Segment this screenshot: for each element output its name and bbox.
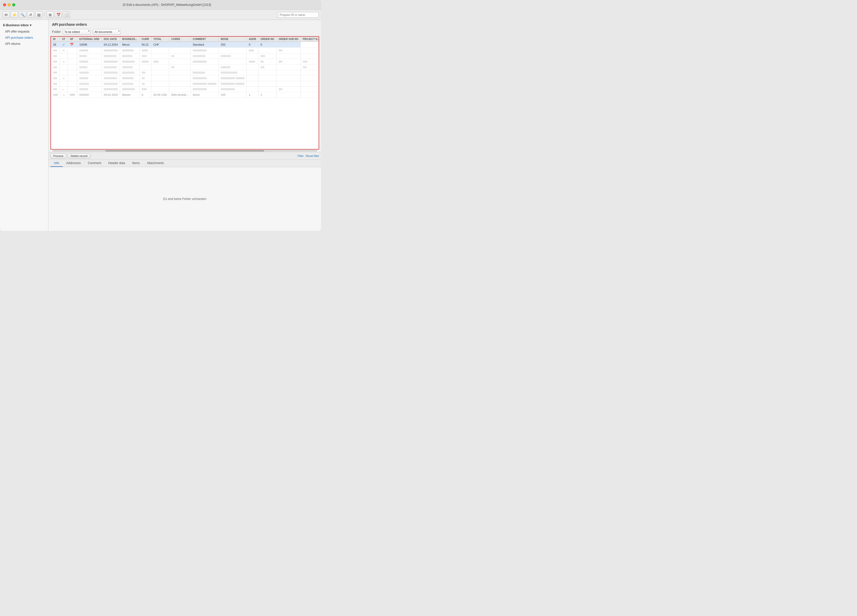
table-row[interactable] [51, 70, 319, 76]
process-button[interactable]: Process [51, 153, 66, 159]
table-wrapper[interactable]: ID ST SP EXTERNAL ORD DOC DATE BUSINESS.… [51, 36, 319, 150]
folder-select[interactable]: To be edited [63, 29, 91, 35]
cell-order-no: 0 [247, 42, 258, 48]
col-header-curr: CURR [139, 37, 151, 42]
delete-record-button[interactable]: Delete record [68, 153, 90, 159]
cell-total: 56.21 [139, 42, 151, 48]
col-header-mode: MODE [219, 37, 247, 42]
tab-items[interactable]: Items [129, 160, 143, 167]
tab-header-data[interactable]: Header data [105, 160, 129, 167]
titlebar: 15 Edit e-documents (API) - SHOPAPI_Webw… [0, 0, 321, 10]
panel-title: API purchase orders [48, 20, 321, 28]
col-header-id: ID [51, 37, 60, 42]
table-row[interactable]: ● [51, 59, 319, 65]
action-bar-right: Filter Reset filter [297, 154, 319, 157]
cell-business: Menzi [120, 42, 139, 48]
filter-button[interactable]: ⊞ [46, 11, 54, 18]
calendar-small-icon: 📅 [70, 43, 74, 46]
folder-select-wrapper[interactable]: To be edited [63, 29, 91, 35]
window-title: 15 Edit e-documents (API) - SHOPAPI_Webw… [15, 3, 318, 7]
filter-link[interactable]: Filter [297, 154, 303, 157]
status-warning-icon: ⚠ [62, 93, 65, 97]
maximize-button[interactable] [12, 3, 15, 6]
status-pink-icon: ■ [62, 88, 63, 91]
cell-last-date: 04.01.2024 [102, 92, 120, 98]
status-ok-icon: ● [62, 60, 65, 63]
lightning-button[interactable]: ⚡ [11, 11, 18, 18]
window-button[interactable]: ⬜ [63, 11, 70, 18]
table-row[interactable] [51, 81, 319, 86]
col-header-sp: SP [68, 37, 77, 42]
mail-button[interactable]: ✉ [3, 11, 10, 18]
no-errors-message: Es sind keine Fehler vorhanden [163, 197, 206, 201]
table-header-row: ID ST SP EXTERNAL ORD DOC DATE BUSINESS.… [51, 37, 319, 42]
action-bar: Process Delete record Filter Reset filte… [48, 152, 321, 159]
table-row-selected[interactable]: 28 ✓ 📅 10096 04.12.2024 Menzi 5 [51, 42, 319, 48]
table-container: ID ST SP EXTERNAL ORD DOC DATE BUSINESS.… [51, 36, 319, 152]
table-row[interactable]: ✕ [51, 48, 319, 54]
cell-last-addr: 100 [219, 92, 247, 98]
scrollbar-thumb[interactable] [105, 150, 265, 151]
col-header-curr2: CURR2 [169, 37, 191, 42]
col-header-st: ST [60, 37, 68, 42]
tab-comment[interactable]: Comment [84, 160, 105, 167]
cell-last-curr: 26.66 USD [151, 92, 169, 98]
status-green-icon: ● [62, 76, 65, 80]
list-button[interactable]: ▤ [35, 11, 42, 18]
cell-last-status: ⚠ [60, 92, 68, 98]
folder-label: Folder [52, 30, 61, 34]
documents-select-wrapper[interactable]: All documents [93, 29, 121, 35]
tab-info[interactable]: Info [51, 160, 63, 167]
horizontal-scrollbar[interactable] [53, 150, 317, 151]
right-panel: API purchase orders Folder To be edited … [48, 20, 321, 231]
status-checkmark-icon: ✓ [62, 43, 65, 46]
cell-last-id: 110 [51, 92, 60, 98]
tab-attachments[interactable]: Attachments [143, 160, 167, 167]
toolbar-separator-1 [44, 12, 45, 17]
col-header-comment: COMMENT [190, 37, 218, 42]
sidebar-group-label: E-Business inbox [3, 23, 29, 27]
detail-area: Info Addresses Comment Header data Items… [48, 159, 321, 231]
close-button[interactable] [3, 3, 6, 6]
col-header-order-sub-no: ORDER SUB NO [276, 37, 300, 42]
table-row[interactable] [51, 65, 319, 70]
col-header-project-n: PROJECT N... [300, 37, 319, 42]
cell-ext-ord: 10096 [77, 42, 102, 48]
col-header-total: TOTAL [151, 37, 169, 42]
sidebar-item-api-offer-requests[interactable]: API offer requests [0, 29, 48, 35]
table-row[interactable] [51, 54, 319, 59]
sidebar-item-api-returns[interactable]: API returns [0, 41, 48, 47]
documents-select[interactable]: All documents [93, 29, 121, 35]
cell-last-comment: Bitte bestäti... [169, 92, 191, 98]
col-header-doc-date: DOC DATE [102, 37, 120, 42]
calendar-button[interactable]: 📅 [55, 11, 62, 18]
traffic-lights [3, 3, 15, 6]
cell-last-business: Master [120, 92, 139, 98]
detail-content: Es sind keine Fehler vorhanden [48, 167, 321, 231]
table-row[interactable]: ● [51, 76, 319, 81]
table-row-last[interactable]: 110 ⚠ 04.01.2024 Master 0 [51, 92, 319, 98]
tab-addresses[interactable]: Addresses [63, 160, 84, 167]
toolbar: ✉ ⚡ 🔍 ↺ ▤ ⊞ 📅 ⬜ [0, 10, 321, 20]
reset-filter-link[interactable]: Reset filter [306, 154, 319, 157]
sidebar-group-ebusiness[interactable]: E-Business inbox ▾ [0, 22, 48, 29]
col-header-order-no: ORDER NO [258, 37, 276, 42]
cell-id: 28 [51, 42, 60, 48]
program-search-input[interactable] [278, 12, 319, 18]
cell-last-order-no: 1 [247, 92, 258, 98]
refresh-button[interactable]: ↺ [27, 11, 34, 18]
search-button[interactable]: 🔍 [19, 11, 26, 18]
cell-curr: CHF [151, 42, 169, 48]
detail-tabs-bar: Info Addresses Comment Header data Items… [48, 160, 321, 167]
documents-table: ID ST SP EXTERNAL ORD DOC DATE BUSINESS.… [51, 37, 319, 98]
cell-last-ext [77, 92, 102, 98]
minimize-button[interactable] [8, 3, 11, 6]
cell-order-sub-no: 0 [258, 42, 276, 48]
sidebar-item-api-purchase-orders[interactable]: API purchase orders [0, 35, 48, 41]
cell-status: ✓ [60, 42, 68, 48]
chevron-down-icon: ▾ [30, 23, 31, 27]
sidebar: E-Business inbox ▾ API offer requests AP… [0, 20, 48, 231]
cell-doc-date: 04.12.2024 [102, 42, 120, 48]
main-content: E-Business inbox ▾ API offer requests AP… [0, 20, 321, 231]
table-row[interactable]: ■ [51, 86, 319, 92]
